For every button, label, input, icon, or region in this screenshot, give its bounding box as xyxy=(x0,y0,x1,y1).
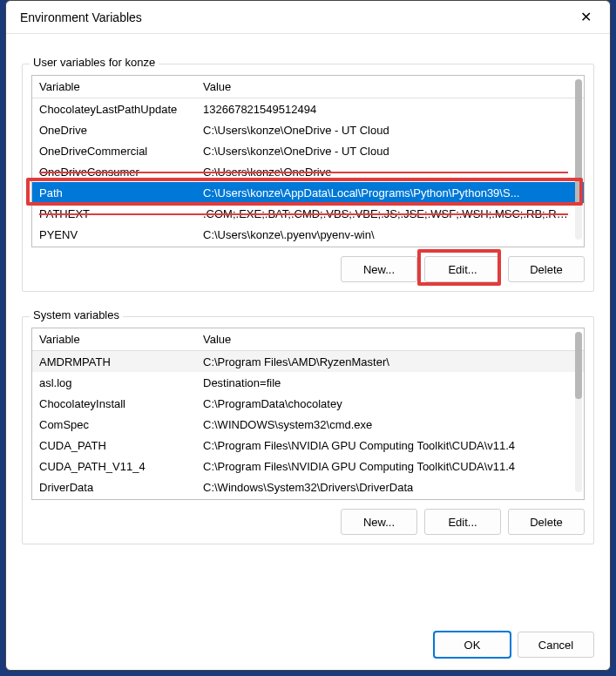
column-header-variable[interactable]: Variable xyxy=(32,80,198,93)
cell-variable: OneDriveConsumer xyxy=(32,166,198,179)
cell-variable: AMDRMPATH xyxy=(32,355,198,368)
scrollbar-thumb[interactable] xyxy=(575,332,582,399)
cell-variable: CUDA_PATH xyxy=(32,439,198,452)
cell-value: C:\WINDOWS\system32\cmd.exe xyxy=(198,418,584,431)
table-row[interactable]: CUDA_PATHC:\Program Files\NVIDIA GPU Com… xyxy=(32,435,584,456)
column-header-value[interactable]: Value xyxy=(198,80,584,93)
cell-value: Destination=file xyxy=(198,376,584,389)
dialog-footer: OK Cancel xyxy=(6,623,610,670)
cell-variable: OneDrive xyxy=(32,124,198,137)
table-row[interactable]: OneDriveConsumerC:\Users\konze\OneDrive xyxy=(32,161,584,182)
list-header: Variable Value xyxy=(32,76,584,98)
cell-variable: PATHEXT xyxy=(32,207,198,220)
table-row[interactable]: DriverDataC:\Windows\System32\Drivers\Dr… xyxy=(32,477,584,497)
user-buttons-row: New... Edit... Delete xyxy=(31,256,585,282)
group-legend-user: User variables for konze xyxy=(30,56,159,69)
list-header: Variable Value xyxy=(32,328,584,351)
cell-value: C:\Windows\System32\Drivers\DriverData xyxy=(198,481,584,494)
cell-variable: Path xyxy=(32,186,198,199)
table-row[interactable]: ComSpecC:\WINDOWS\system32\cmd.exe xyxy=(32,414,584,435)
cell-value: C:\Program Files\AMD\RyzenMaster\ xyxy=(198,355,584,368)
cell-variable: CUDA_PATH_V11_4 xyxy=(32,460,198,473)
ok-button[interactable]: OK xyxy=(434,632,511,658)
scrollbar-thumb[interactable] xyxy=(575,79,582,205)
cell-variable: asl.log xyxy=(32,376,198,389)
cancel-button[interactable]: Cancel xyxy=(518,632,594,658)
cell-variable: PYENV xyxy=(32,228,198,241)
table-row[interactable]: CUDA_PATH_V11_4C:\Program Files\NVIDIA G… xyxy=(32,456,584,477)
titlebar: Environment Variables ✕ xyxy=(6,1,610,34)
table-row[interactable]: OneDriveC:\Users\konze\OneDrive - UT Clo… xyxy=(32,119,584,140)
edit-button[interactable]: Edit... xyxy=(424,256,501,282)
cell-value: C:\ProgramData\chocolatey xyxy=(198,397,584,410)
column-header-variable[interactable]: Variable xyxy=(32,333,198,346)
table-row[interactable]: PathC:\Users\konze\AppData\Local\Program… xyxy=(32,182,584,203)
scrollbar[interactable] xyxy=(575,332,582,492)
window-title: Environment Variables xyxy=(20,10,142,24)
system-variables-list[interactable]: Variable Value AMDRMPATHC:\Program Files… xyxy=(31,328,585,500)
cell-value: C:\Users\konze\AppData\Local\Programs\Py… xyxy=(198,186,584,199)
user-variables-list[interactable]: Variable Value ChocolateyLastPathUpdate1… xyxy=(31,75,585,247)
new-button[interactable]: New... xyxy=(341,509,417,535)
table-row[interactable]: ChocolateyLastPathUpdate1326678215495124… xyxy=(32,98,584,119)
cell-value: C:\Users\konze\OneDrive - UT Cloud xyxy=(198,124,584,137)
group-legend-system: System variables xyxy=(30,308,123,321)
table-row[interactable]: ChocolateyInstallC:\ProgramData\chocolat… xyxy=(32,393,584,414)
cell-value: C:\Users\konze\OneDrive xyxy=(198,166,584,179)
table-row[interactable]: PATHEXT.COM;.EXE;.BAT;.CMD;.VBS;.VBE;.JS… xyxy=(32,203,584,224)
system-buttons-row: New... Edit... Delete xyxy=(31,509,585,535)
edit-button[interactable]: Edit... xyxy=(424,509,501,535)
dialog-content: User variables for konze Variable Value … xyxy=(6,34,610,623)
cell-value: C:\Users\konze\.pyenv\pyenv-win\ xyxy=(198,228,584,241)
cell-value: C:\Users\konze\OneDrive - UT Cloud xyxy=(198,145,584,158)
close-icon[interactable]: ✕ xyxy=(572,3,599,31)
scrollbar[interactable] xyxy=(575,79,582,240)
table-row[interactable]: asl.logDestination=file xyxy=(32,372,584,393)
cell-variable: DriverData xyxy=(32,481,198,494)
cell-variable: ChocolateyLastPathUpdate xyxy=(32,103,198,116)
cell-variable: OneDriveCommercial xyxy=(32,145,198,158)
table-row[interactable]: PYENVC:\Users\konze\.pyenv\pyenv-win\ xyxy=(32,224,584,245)
cell-variable: ComSpec xyxy=(32,418,198,431)
delete-button[interactable]: Delete xyxy=(508,256,585,282)
cell-variable: ChocolateyInstall xyxy=(32,397,198,410)
table-row[interactable]: AMDRMPATHC:\Program Files\AMD\RyzenMaste… xyxy=(32,351,584,372)
system-variables-group: System variables Variable Value AMDRMPAT… xyxy=(22,316,594,544)
cell-value: C:\Program Files\NVIDIA GPU Computing To… xyxy=(198,460,584,473)
cell-value: C:\Program Files\NVIDIA GPU Computing To… xyxy=(198,439,584,452)
table-row[interactable]: OneDriveCommercialC:\Users\konze\OneDriv… xyxy=(32,140,584,161)
delete-button[interactable]: Delete xyxy=(508,509,585,535)
new-button[interactable]: New... xyxy=(341,256,417,282)
environment-variables-dialog: Environment Variables ✕ User variables f… xyxy=(5,0,611,671)
user-variables-group: User variables for konze Variable Value … xyxy=(22,64,594,292)
cell-value: .COM;.EXE;.BAT;.CMD;.VBS;.VBE;.JS;.JSE;.… xyxy=(198,207,584,220)
column-header-value[interactable]: Value xyxy=(198,333,584,346)
cell-value: 132667821549512494 xyxy=(198,103,584,116)
